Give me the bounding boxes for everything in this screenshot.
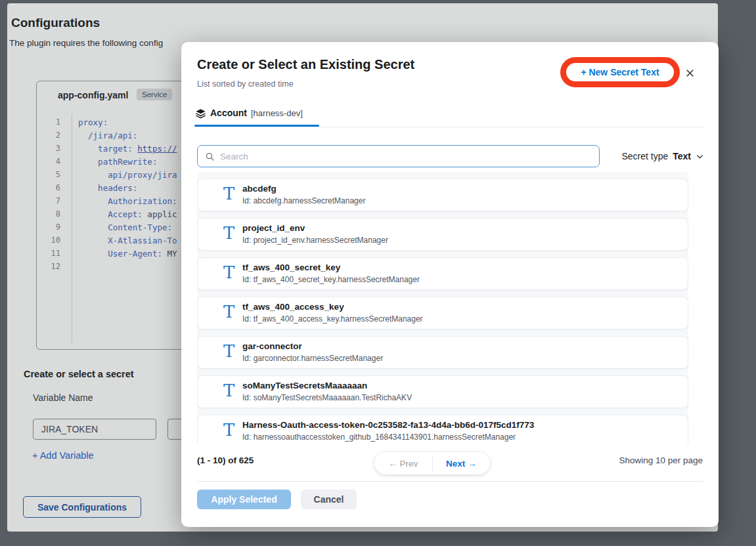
footer-divider xyxy=(197,481,703,482)
modal-title: Create or Select an Existing Secret xyxy=(197,57,414,72)
secret-id: Id: project_id_env.harnessSecretManager xyxy=(242,236,388,245)
secret-name: project_id_env xyxy=(242,223,305,233)
search-input[interactable] xyxy=(220,152,599,161)
list-item[interactable]: T abcdefg Id: abcdefg.harnessSecretManag… xyxy=(197,178,688,211)
prev-page-button[interactable]: ← Prev xyxy=(374,452,432,474)
text-secret-icon: T xyxy=(223,418,234,442)
secret-name: gar-connector xyxy=(242,341,302,351)
tab-account-label: Account xyxy=(210,108,247,118)
text-secret-icon: T xyxy=(223,261,234,284)
list-item[interactable]: T tf_aws_400_access_key Id: tf_aws_400_a… xyxy=(197,297,688,329)
screen: Configurations The plugin requires the f… xyxy=(0,0,756,546)
cancel-button[interactable]: Cancel xyxy=(301,490,357,509)
tab-account[interactable]: Account [harness-dev] xyxy=(195,106,303,119)
text-secret-icon: T xyxy=(223,379,234,402)
pagination-controls: ← Prev Next → xyxy=(374,452,490,474)
secret-id: Id: abcdefg.harnessSecretManager xyxy=(242,196,365,205)
list-item[interactable]: T project_id_env Id: project_id_env.harn… xyxy=(197,218,688,251)
secret-name: Harness-Oauth-access-token-0c253582-fa13… xyxy=(242,420,534,430)
text-secret-icon: T xyxy=(223,182,234,205)
secret-id: Id: garconnector.harnessSecretManager xyxy=(242,354,383,363)
list-item[interactable]: T soManyTestSecretsMaaaaaan Id: soManyTe… xyxy=(197,375,688,408)
next-page-button[interactable]: Next → xyxy=(433,452,491,474)
new-secret-text-button[interactable]: + New Secret Text xyxy=(581,67,659,77)
secret-list-items: T abcdefg Id: abcdefg.harnessSecretManag… xyxy=(197,178,703,444)
per-page-label: Showing 10 per page xyxy=(619,455,703,465)
secret-picker-modal: Create or Select an Existing Secret List… xyxy=(181,42,719,527)
secret-type-label: Secret type xyxy=(621,151,668,161)
secret-list: T abcdefg Id: abcdefg.harnessSecretManag… xyxy=(197,172,703,444)
secret-name: abcdefg xyxy=(242,184,277,194)
secret-name: tf_aws_400_secret_key xyxy=(242,262,340,272)
highlight-annotation: + New Secret Text xyxy=(560,57,680,87)
close-icon xyxy=(685,68,695,78)
secret-type-dropdown[interactable]: Secret type Text xyxy=(621,145,704,167)
text-secret-icon: T xyxy=(223,221,234,245)
secret-id: Id: tf_aws_400_access_key.harnessSecretM… xyxy=(242,314,423,324)
layers-icon xyxy=(195,108,206,119)
text-secret-icon: T xyxy=(223,339,234,363)
tab-account-scope: [harness-dev] xyxy=(251,108,303,118)
text-secret-icon: T xyxy=(223,300,234,324)
pagination-range: (1 - 10) of 625 xyxy=(197,455,254,465)
search-box xyxy=(197,145,600,167)
tab-divider xyxy=(194,127,703,127)
chevron-down-icon xyxy=(696,152,704,161)
apply-selected-button[interactable]: Apply Selected xyxy=(197,490,291,509)
secret-name: soManyTestSecretsMaaaaaan xyxy=(242,381,367,390)
list-item[interactable]: T Harness-Oauth-access-token-0c253582-fa… xyxy=(197,415,688,444)
modal-subtitle: List sorted by created time xyxy=(197,79,294,89)
search-icon xyxy=(198,152,220,161)
secret-type-value: Text xyxy=(673,151,691,161)
secret-id: Id: tf_aws_400_secret_key.harnessSecretM… xyxy=(242,275,420,284)
secret-id: Id: harnessoauthaccesstoken_github_16843… xyxy=(242,432,516,442)
secret-name: tf_aws_400_access_key xyxy=(242,302,344,312)
secret-id: Id: soManyTestSecretsMaaaaaan.TestRichaA… xyxy=(242,393,412,402)
list-item[interactable]: T gar-connector Id: garconnector.harness… xyxy=(197,336,688,369)
close-button[interactable] xyxy=(683,66,696,79)
list-item[interactable]: T tf_aws_400_secret_key Id: tf_aws_400_s… xyxy=(197,257,688,290)
